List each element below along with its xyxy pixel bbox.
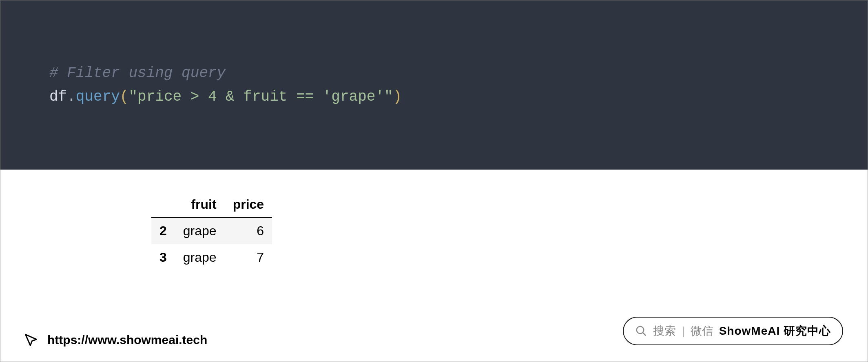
table-cell-fruit: grape xyxy=(175,244,225,271)
code-variable: df xyxy=(49,88,67,105)
code-dot: . xyxy=(67,88,76,105)
search-wechat-label: 微信 xyxy=(691,323,713,339)
svg-point-0 xyxy=(637,327,644,334)
code-method: query xyxy=(76,88,120,105)
code-statement-line: df.query("price > 4 & fruit == 'grape'") xyxy=(49,85,819,109)
footer-url: https://www.showmeai.tech xyxy=(23,332,207,348)
svg-line-1 xyxy=(643,333,646,336)
code-paren-open: ( xyxy=(120,88,129,105)
search-pill[interactable]: 搜索 | 微信 ShowMeAI 研究中心 xyxy=(623,317,843,345)
table-row: 3 grape 7 xyxy=(151,244,272,271)
table-cell-price: 7 xyxy=(225,244,272,271)
table-cell-price: 6 xyxy=(225,217,272,244)
search-divider: | xyxy=(682,324,684,338)
search-icon xyxy=(635,325,647,337)
dataframe-table: fruit price 2 grape 6 3 grape 7 xyxy=(151,192,272,271)
code-comment: # Filter using query xyxy=(49,65,226,82)
table-index-header xyxy=(151,192,175,217)
url-text: https://www.showmeai.tech xyxy=(47,333,207,347)
table-column-header: price xyxy=(225,192,272,217)
table-column-header: fruit xyxy=(175,192,225,217)
code-block: # Filter using query df.query("price > 4… xyxy=(0,0,868,170)
code-comment-line: # Filter using query xyxy=(49,62,819,85)
table-row: 2 grape 6 xyxy=(151,217,272,244)
table-row-index: 3 xyxy=(151,244,175,271)
code-paren-close: ) xyxy=(393,88,402,105)
search-label: 搜索 xyxy=(653,323,676,339)
output-area: fruit price 2 grape 6 3 grape 7 xyxy=(0,170,868,293)
code-string: "price > 4 & fruit == 'grape'" xyxy=(128,88,393,105)
table-header-row: fruit price xyxy=(151,192,272,217)
cursor-icon xyxy=(23,332,39,348)
table-cell-fruit: grape xyxy=(175,217,225,244)
table-row-index: 2 xyxy=(151,217,175,244)
search-brand: ShowMeAI 研究中心 xyxy=(719,323,831,339)
